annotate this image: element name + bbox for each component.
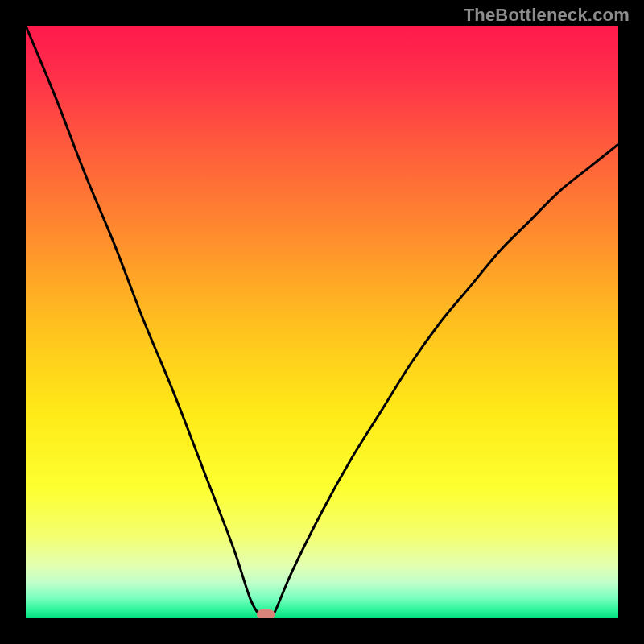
plot-area xyxy=(26,26,618,618)
bottleneck-chart xyxy=(26,26,618,618)
optimal-point-marker xyxy=(257,609,275,618)
chart-frame: TheBottleneck.com xyxy=(0,0,644,644)
gradient-background xyxy=(26,26,618,618)
watermark-text: TheBottleneck.com xyxy=(464,5,630,26)
